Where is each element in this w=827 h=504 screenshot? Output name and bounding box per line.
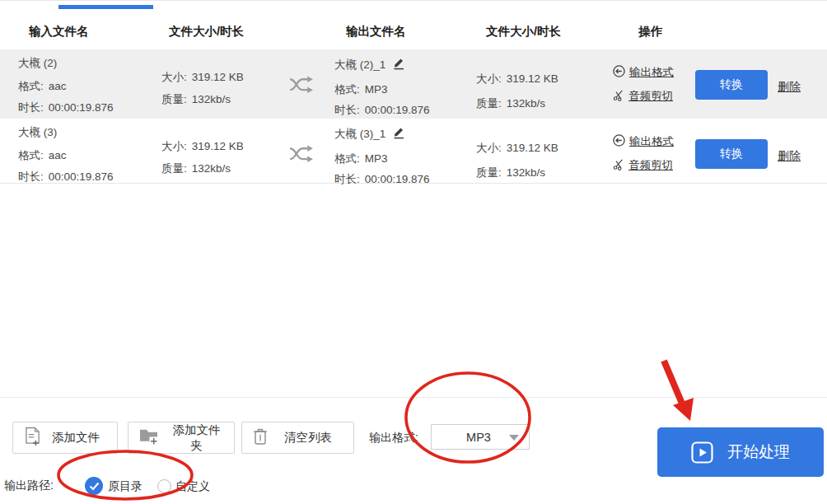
size-label: 大小: (161, 71, 187, 83)
format-label: 格式: (18, 149, 44, 161)
input-file-name: 大概 (2) (18, 56, 57, 71)
output-quality: 质量:132kb/s (476, 166, 545, 180)
format-value: MP3 (365, 83, 388, 96)
scissors-icon (613, 89, 624, 104)
radio-custom[interactable] (157, 479, 171, 493)
output-format-link[interactable]: 输出格式 (613, 65, 674, 80)
output-file-name: 大概 (2)_1 (334, 58, 385, 72)
add-folder-button[interactable]: 添加文件夹 (128, 422, 235, 454)
audio-cut-link[interactable]: 音频剪切 (613, 89, 673, 104)
output-format-label: 输出格式: (369, 431, 418, 446)
size-label: 大小: (476, 142, 502, 154)
input-quality: 质量:132kb/s (161, 161, 231, 176)
radio-original-directory[interactable] (85, 477, 103, 495)
document-plus-icon (24, 427, 41, 449)
quality-value: 132kb/s (192, 93, 231, 105)
format-dropdown[interactable]: MP3 (431, 424, 530, 450)
output-file-name-line: 大概 (3)_1 (334, 126, 405, 142)
output-size: 大小:319.12 KB (476, 141, 558, 156)
duration-label: 时长: (18, 101, 44, 114)
output-path-label: 输出路径: (4, 478, 54, 493)
quality-value: 132kb/s (507, 97, 545, 110)
start-processing-label: 开始处理 (727, 441, 790, 463)
input-format: 格式:aac (18, 148, 67, 163)
scissors-icon (613, 158, 624, 173)
output-file-name: 大概 (3)_1 (334, 127, 385, 142)
trash-icon (253, 427, 268, 448)
duration-label: 时长: (334, 104, 360, 116)
clear-list-label: 清空列表 (284, 430, 332, 446)
quality-label: 质量: (476, 97, 502, 110)
format-dropdown-value: MP3 (466, 431, 491, 444)
output-format-link[interactable]: 输出格式 (613, 134, 674, 149)
quality-label: 质量: (476, 166, 502, 179)
output-duration: 时长:00:00:19.876 (334, 103, 430, 118)
duration-value: 00:00:19.876 (49, 170, 114, 183)
radio-custom-label[interactable]: 自定义 (175, 479, 210, 494)
delete-link[interactable]: 删除 (778, 149, 801, 164)
converter-window: 输入文件名 文件大小/时长 输出文件名 文件大小/时长 操作 大概 (2) 格式… (0, 0, 827, 504)
output-format: 格式:MP3 (334, 82, 388, 97)
col-header-output-size: 文件大小/时长 (486, 24, 561, 40)
circle-arrow-icon (613, 65, 625, 80)
input-format: 格式:aac (18, 79, 67, 94)
clear-list-button[interactable]: 清空列表 (241, 422, 354, 454)
duration-label: 时长: (18, 170, 44, 183)
col-header-output-name: 输出文件名 (346, 24, 406, 40)
add-file-button[interactable]: 添加文件 (12, 422, 118, 454)
output-size: 大小:319.12 KB (476, 72, 558, 86)
table-row: 大概 (2) 格式:aac 时长:00:00:19.876 大小:319.12 … (0, 49, 827, 119)
audio-cut-link-label: 音频剪切 (628, 158, 673, 173)
format-label: 格式: (334, 152, 360, 165)
convert-button[interactable]: 转换 (695, 70, 768, 100)
quality-label: 质量: (161, 93, 187, 105)
col-header-input-name: 输入文件名 (29, 24, 89, 40)
edit-icon[interactable] (392, 57, 405, 72)
audio-cut-link[interactable]: 音频剪切 (613, 158, 673, 173)
duration-value: 00:00:19.876 (49, 101, 114, 114)
radio-original-directory-label[interactable]: 原目录 (108, 479, 143, 494)
start-processing-button[interactable]: 开始处理 (657, 427, 824, 477)
folder-plus-icon (139, 427, 158, 448)
duration-value: 00:00:19.876 (365, 104, 430, 116)
add-folder-label: 添加文件夹 (169, 422, 224, 454)
add-file-label: 添加文件 (52, 430, 100, 446)
tabbar-divider (0, 0, 827, 1)
size-value: 319.12 KB (192, 140, 244, 152)
input-size: 大小:319.12 KB (161, 139, 244, 154)
output-duration: 时长:00:00:19.876 (334, 172, 430, 187)
duration-label: 时长: (334, 173, 360, 185)
shuffle-icon (289, 144, 315, 166)
format-label: 格式: (18, 80, 44, 92)
format-label: 格式: (334, 83, 360, 96)
format-value: aac (49, 80, 67, 92)
caret-down-icon (509, 435, 519, 441)
output-format-link-label: 输出格式 (629, 134, 674, 149)
input-quality: 质量:132kb/s (161, 92, 231, 107)
quality-value: 132kb/s (192, 162, 231, 175)
convert-button[interactable]: 转换 (695, 139, 768, 169)
quality-value: 132kb/s (507, 166, 545, 179)
edit-icon[interactable] (392, 126, 405, 142)
size-value: 319.12 KB (507, 72, 558, 85)
quality-label: 质量: (161, 162, 187, 175)
output-file-name-line: 大概 (2)_1 (334, 57, 405, 72)
check-icon (89, 482, 100, 491)
input-duration: 时长:00:00:19.876 (18, 170, 114, 184)
table-row: 大概 (3) 格式:aac 时长:00:00:19.876 大小:319.12 … (0, 119, 827, 184)
output-format-link-label: 输出格式 (629, 65, 674, 80)
size-value: 319.12 KB (507, 142, 558, 154)
annotation-arrow-start-button (664, 361, 694, 421)
input-file-name: 大概 (3) (18, 125, 57, 140)
col-header-input-size: 文件大小/时长 (169, 24, 244, 40)
delete-link[interactable]: 删除 (778, 80, 801, 95)
format-value: MP3 (365, 152, 388, 165)
input-duration: 时长:00:00:19.876 (18, 100, 114, 115)
size-label: 大小: (161, 140, 187, 152)
shuffle-icon (289, 75, 315, 97)
circle-arrow-icon (613, 134, 625, 149)
output-format: 格式:MP3 (334, 152, 388, 166)
size-value: 319.12 KB (192, 71, 244, 83)
input-size: 大小:319.12 KB (161, 70, 244, 85)
play-icon (691, 441, 713, 464)
